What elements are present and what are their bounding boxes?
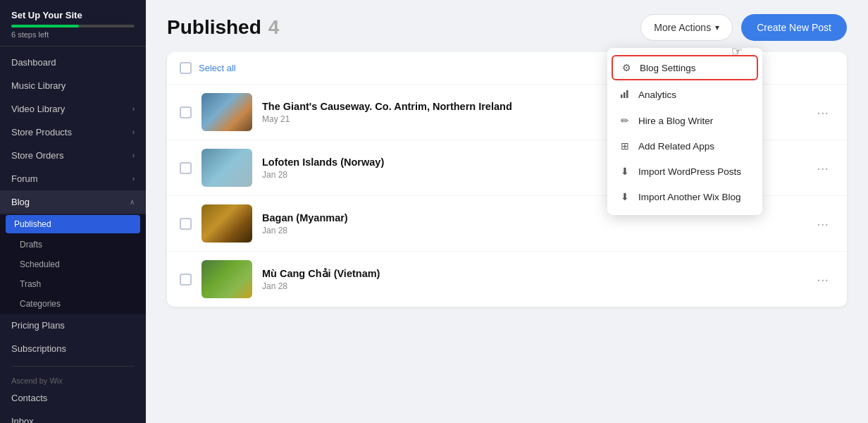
more-actions-label: More Actions (654, 22, 711, 33)
svg-rect-1 (624, 92, 626, 98)
sidebar-item-categories[interactable]: Categories (0, 294, 146, 314)
post-info: Mù Cang Chải (Vietnam) Jan 28 (262, 268, 801, 291)
more-actions-button[interactable]: More Actions ▾ (640, 14, 733, 41)
sidebar-item-label: Blog (11, 197, 30, 207)
sidebar-item-label: Music Library (11, 80, 66, 91)
dropdown-item-analytics[interactable]: Analytics (607, 82, 762, 108)
post-more-button[interactable]: ··· (811, 269, 834, 290)
published-label: Published (14, 219, 51, 229)
post-title: Mù Cang Chải (Vietnam) (262, 268, 801, 279)
post-count-badge: 4 (268, 16, 280, 39)
sidebar-item-label: Video Library (11, 104, 65, 114)
dropdown-item-blog-settings[interactable]: ⚙ Blog Settings (612, 55, 758, 80)
post-thumbnail (202, 260, 252, 298)
post-thumbnail (202, 93, 252, 131)
sidebar-item-dashboard[interactable]: Dashboard (0, 51, 146, 74)
sidebar-item-music-library[interactable]: Music Library (0, 74, 146, 97)
setup-title: Set Up Your Site (11, 10, 135, 20)
post-more-button[interactable]: ··· (811, 213, 834, 235)
progress-bar-fill (11, 25, 79, 27)
page-title: Published 4 (167, 16, 279, 39)
sidebar-item-published[interactable]: Published (6, 215, 140, 233)
chevron-right-icon: › (132, 152, 135, 159)
download-icon: ⬇ (619, 191, 631, 202)
ascend-label: Ascend by Wix (0, 372, 146, 386)
trash-label: Trash (20, 279, 41, 289)
pen-icon: ✏ (619, 115, 631, 126)
sidebar-item-label: Forum (11, 173, 38, 184)
chevron-down-icon: ▾ (715, 23, 719, 32)
sidebar-nav: Dashboard Music Library Video Library › … (0, 47, 146, 423)
post-date: Jan 28 (262, 281, 801, 291)
sidebar-item-subscriptions[interactable]: Subscriptions (0, 337, 146, 360)
sidebar-item-contacts[interactable]: Contacts (0, 386, 146, 410)
drafts-label: Drafts (20, 240, 42, 250)
steps-left-label: 6 steps left (11, 30, 135, 39)
post-more-button[interactable]: ··· (811, 102, 834, 123)
sidebar-divider (11, 366, 135, 367)
sidebar-item-label: Dashboard (11, 57, 56, 68)
sidebar-item-trash[interactable]: Trash (0, 274, 146, 294)
dropdown-item-label: Hire a Blog Writer (638, 116, 713, 126)
scheduled-label: Scheduled (20, 259, 60, 269)
svg-rect-0 (621, 94, 623, 98)
sidebar-item-forum[interactable]: Forum › (0, 167, 146, 190)
sidebar-item-label: Contacts (11, 393, 47, 403)
sidebar-item-blog[interactable]: Blog ∧ (0, 190, 146, 214)
sidebar-item-label: Pricing Plans (11, 320, 65, 331)
page-header: Published 4 More Actions ▾ Create New Po… (146, 0, 868, 52)
dropdown-item-label: Import Another Wix Blog (638, 192, 741, 202)
sidebar-item-video-library[interactable]: Video Library › (0, 97, 146, 121)
more-actions-dropdown: ⚙ Blog Settings Analytics ✏ Hir (607, 48, 762, 215)
post-thumbnail (202, 149, 252, 187)
table-row: Mù Cang Chải (Vietnam) Jan 28 ··· (167, 252, 847, 307)
dropdown-item-label: Blog Settings (640, 63, 696, 73)
dropdown-item-import-wordpress[interactable]: ⬇ Import WordPress Posts (607, 159, 762, 184)
dropdown-item-label: Analytics (638, 90, 676, 100)
sidebar-item-drafts[interactable]: Drafts (0, 235, 146, 255)
select-all-checkbox[interactable] (180, 62, 192, 74)
analytics-icon (619, 89, 631, 101)
categories-label: Categories (20, 299, 61, 309)
select-all-label[interactable]: Select all (199, 63, 236, 73)
post-checkbox[interactable] (180, 106, 192, 118)
sidebar-item-pricing-plans[interactable]: Pricing Plans (0, 314, 146, 337)
chevron-right-icon: › (132, 105, 135, 113)
blog-submenu: Published Drafts Scheduled Trash Categor… (0, 215, 146, 314)
sidebar-item-store-products[interactable]: Store Products › (0, 121, 146, 144)
sidebar-item-label: Subscriptions (11, 343, 66, 354)
create-new-post-button[interactable]: Create New Post (741, 14, 847, 41)
sidebar-item-inbox[interactable]: Inbox (0, 410, 146, 423)
dropdown-item-hire-writer[interactable]: ✏ Hire a Blog Writer (607, 108, 762, 133)
sidebar-item-label: Inbox (11, 416, 34, 423)
post-thumbnail (202, 204, 252, 243)
sidebar: Set Up Your Site 6 steps left Dashboard … (0, 0, 146, 423)
sidebar-item-scheduled[interactable]: Scheduled (0, 255, 146, 274)
gear-icon: ⚙ (620, 62, 633, 73)
create-new-label: Create New Post (757, 22, 831, 33)
download-icon: ⬇ (619, 166, 631, 177)
progress-bar-bg (11, 25, 135, 27)
sidebar-item-label: Store Orders (11, 150, 63, 161)
page-title-text: Published (167, 16, 261, 39)
post-checkbox[interactable] (180, 218, 192, 230)
post-info: Bagan (Myanmar) Jan 28 (262, 212, 801, 235)
dropdown-item-label: Add Related Apps (638, 141, 714, 152)
main-content: Published 4 More Actions ▾ Create New Po… (146, 0, 868, 423)
sidebar-item-store-orders[interactable]: Store Orders › (0, 144, 146, 167)
dropdown-item-add-apps[interactable]: ⊞ Add Related Apps (607, 133, 762, 159)
chevron-right-icon: › (132, 128, 135, 136)
apps-icon: ⊞ (619, 140, 631, 152)
svg-rect-2 (626, 90, 628, 98)
chevron-right-icon: › (132, 175, 135, 183)
post-checkbox[interactable] (180, 162, 192, 174)
post-more-button[interactable]: ··· (811, 157, 834, 179)
header-actions: More Actions ▾ Create New Post ☞ ⚙ Blog … (640, 14, 847, 41)
setup-section: Set Up Your Site 6 steps left (0, 0, 146, 47)
chevron-up-icon: ∧ (130, 198, 135, 206)
post-date: Jan 28 (262, 226, 801, 235)
post-checkbox[interactable] (180, 274, 192, 286)
sidebar-item-label: Store Products (11, 127, 72, 137)
dropdown-item-import-wix-blog[interactable]: ⬇ Import Another Wix Blog (607, 184, 762, 209)
dropdown-item-label: Import WordPress Posts (638, 166, 741, 177)
